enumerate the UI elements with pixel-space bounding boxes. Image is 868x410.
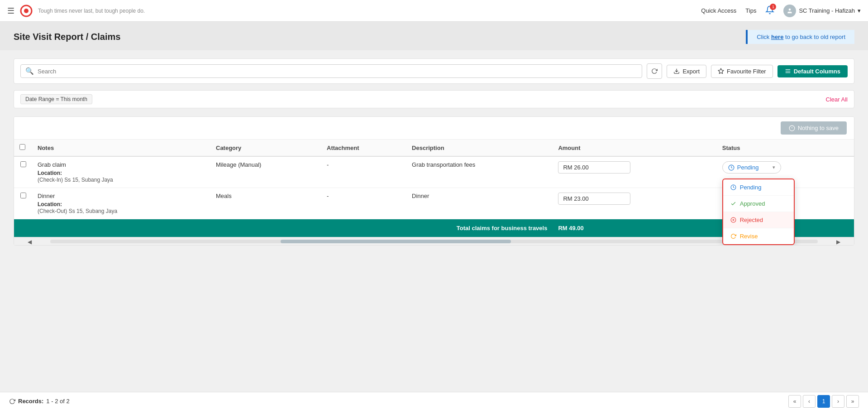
refresh-footer-icon[interactable] [9,398,15,405]
status-option-revise-label: Revise [740,233,758,240]
pending-status-icon [728,164,734,171]
save-button: Nothing to save [781,121,847,135]
notification-badge: 1 [770,4,776,10]
table-card: Nothing to save Notes Category Attachmen… [14,116,854,246]
status-dropdown-menu: Pending Approved Rejected [722,178,795,245]
row-attachment: - [321,188,406,219]
table-header-row: Notes Category Attachment Description Am… [14,140,854,156]
amount-input[interactable] [558,193,630,205]
revise-option-icon [730,233,736,239]
col-header-category: Category [210,140,321,156]
status-option-rejected[interactable]: Rejected [723,212,794,228]
notes-value: Dinner [38,193,55,199]
select-all-header [14,140,32,156]
table-row: Grab claim Location: (Check-In) Ss 15, S… [14,156,854,188]
search-bar[interactable]: 🔍 [20,64,642,78]
row-description: Grab transportation fees [406,156,553,188]
status-value: Pending [737,164,759,171]
attachment-value: - [327,161,329,168]
svg-marker-4 [718,68,724,73]
hamburger-menu-icon[interactable]: ☰ [7,6,14,16]
row-checkbox-cell [14,156,32,188]
row-checkbox[interactable] [20,193,26,198]
pending-option-icon [730,184,736,190]
rejected-option-icon [730,217,736,223]
save-icon [789,125,795,131]
export-label: Export [682,68,700,75]
clear-all-button[interactable]: Clear All [826,96,848,103]
favourite-filter-label: Favourite Filter [727,68,766,75]
row-notes: Grab claim Location: (Check-In) Ss 15, S… [32,156,210,188]
row-checkbox[interactable] [20,161,26,167]
amount-input[interactable] [558,161,630,174]
total-amount: RM 49.00 [553,219,716,237]
pagination-first-button[interactable]: « [788,395,801,408]
row-amount [553,188,716,219]
export-button[interactable]: Export [667,65,706,78]
data-table: Notes Category Attachment Description Am… [14,140,854,237]
records-label: Records: [18,398,43,405]
status-option-rejected-label: Rejected [740,217,763,223]
status-option-pending[interactable]: Pending [723,179,794,196]
old-report-link[interactable]: here [771,34,783,40]
main-content: 🔍 Export Favourite Filter Default Column… [0,50,868,410]
row-status: Pending ▾ Pending [717,156,854,188]
status-chevron-icon: ▾ [773,164,775,170]
status-dropdown-button[interactable]: Pending ▾ [722,161,781,174]
user-chevron-icon: ▾ [858,7,861,14]
page-title: Site Visit Report / Claims [14,32,120,42]
star-icon [718,68,724,74]
pagination-last-button[interactable]: » [846,395,859,408]
description-value: Dinner [412,193,429,199]
topnav-right: Quick Access Tips 1 SC Training - Hafiza… [701,5,861,17]
default-columns-button[interactable]: Default Columns [777,65,848,77]
default-columns-label: Default Columns [794,68,840,75]
status-option-revise[interactable]: Revise [723,228,794,244]
col-header-amount: Amount [553,140,716,156]
pagination-next-button[interactable]: › [832,395,844,408]
status-option-approved-label: Approved [740,200,765,207]
pagination: « ‹ 1 › » [788,395,859,408]
col-header-attachment: Attachment [321,140,406,156]
svg-point-2 [789,8,791,10]
columns-icon [785,68,791,74]
pagination-prev-button[interactable]: ‹ [803,395,816,408]
row-notes: Dinner Location: (Check-Out) Ss 15, Suba… [32,188,210,219]
category-value: Mileage (Manual) [216,161,261,168]
user-avatar [783,5,796,17]
search-toolbar: 🔍 Export Favourite Filter Default Column… [14,58,854,84]
user-name: SC Training - Hafizah [799,7,855,14]
total-label: Total claims for business travels [14,219,553,237]
select-all-checkbox[interactable] [19,144,25,150]
page-footer: Records: 1 - 2 of 2 « ‹ 1 › » [0,392,868,410]
table-toolbar: Nothing to save [14,117,854,140]
location-value: (Check-Out) Ss 15, Subang Jaya [38,208,117,214]
refresh-button[interactable] [647,63,662,79]
records-info: Records: 1 - 2 of 2 [9,398,70,405]
tips-link[interactable]: Tips [745,7,756,14]
scroll-track [50,240,818,243]
quick-access-link[interactable]: Quick Access [701,7,736,14]
filter-bar: Date Range = This month Clear All [14,90,854,108]
row-amount [553,156,716,188]
scroll-right-arrow[interactable]: ▶ [836,239,840,245]
row-description: Dinner [406,188,553,219]
favourite-filter-button[interactable]: Favourite Filter [711,65,773,78]
notifications-button[interactable]: 1 [765,5,774,16]
svg-point-1 [24,9,29,13]
scroll-thumb[interactable] [281,240,511,243]
scroll-left-arrow[interactable]: ◀ [28,239,32,245]
pagination-page-1-button[interactable]: 1 [817,395,830,408]
top-navigation: ☰ Tough times never last, but tough peop… [0,0,868,22]
date-range-filter-tag[interactable]: Date Range = This month [20,94,92,104]
row-category: Mileage (Manual) [210,156,321,188]
user-menu-button[interactable]: SC Training - Hafizah ▾ [783,5,861,17]
status-option-approved[interactable]: Approved [723,196,794,212]
notes-value: Grab claim [38,161,66,168]
row-category: Meals [210,188,321,219]
category-value: Meals [216,193,232,199]
export-icon [673,68,680,74]
col-header-status: Status [717,140,854,156]
page-header: Site Visit Report / Claims Click here to… [0,22,868,50]
search-input[interactable] [38,68,637,75]
